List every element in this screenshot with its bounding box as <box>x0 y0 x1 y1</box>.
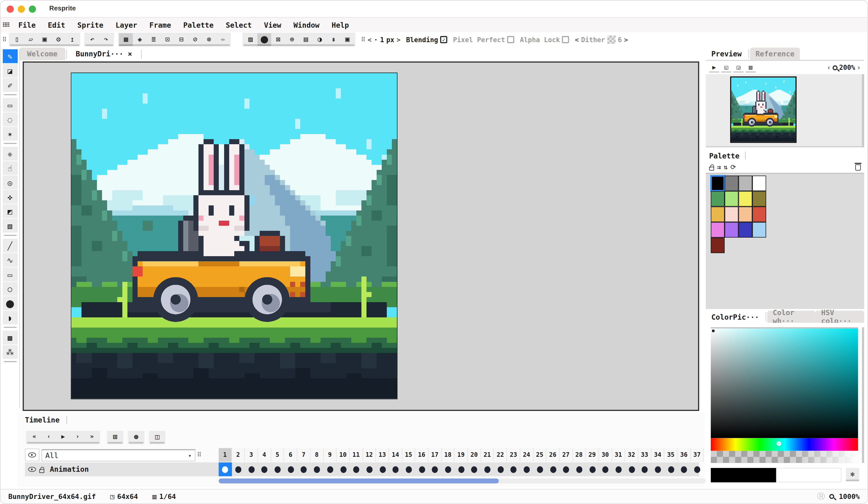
frame-number-32[interactable]: 32 <box>625 448 638 462</box>
status-zoom-value[interactable]: 1000% <box>839 492 860 501</box>
lasso-tool[interactable]: ◌ <box>2 113 18 126</box>
alpha-lock-checkbox[interactable] <box>562 36 569 43</box>
frame-cel-15[interactable] <box>402 462 415 476</box>
frame-cel-20[interactable] <box>468 462 481 476</box>
hand-tool[interactable]: ☝ <box>2 161 18 175</box>
transform-skew-button[interactable]: ⊗ <box>202 33 216 46</box>
frame-number-31[interactable]: 31 <box>612 448 626 462</box>
layer-stack-button[interactable]: ◈ <box>133 33 147 46</box>
frame-number-16[interactable]: 16 <box>415 448 429 462</box>
frame-number-9[interactable]: 9 <box>323 448 337 462</box>
dither-pattern-swatch[interactable] <box>607 35 616 44</box>
frame-number-36[interactable]: 36 <box>678 448 691 462</box>
menu-select[interactable]: Select <box>219 21 258 29</box>
timeline-scrollbar[interactable] <box>219 479 706 483</box>
palette-swatch[interactable] <box>752 175 766 191</box>
palette-swatch[interactable] <box>711 191 725 206</box>
frame-number-34[interactable]: 34 <box>651 448 664 462</box>
brush-shape-button[interactable]: ⬤ <box>257 33 271 46</box>
menu-help[interactable]: Help <box>326 21 355 29</box>
sort-palette-icon[interactable]: ⇅ <box>724 163 728 171</box>
palette-swatch[interactable] <box>738 175 753 191</box>
frame-cel-22[interactable] <box>494 462 507 476</box>
frame-number-5[interactable]: 5 <box>271 448 284 462</box>
frame-cel-7[interactable] <box>298 462 311 476</box>
selection-box-button[interactable]: ⊟ <box>174 33 188 46</box>
maximize-window-button[interactable] <box>29 6 36 13</box>
frame-number-23[interactable]: 23 <box>507 448 520 462</box>
dither-brush-tool[interactable]: ▩ <box>2 331 18 344</box>
frame-cel-3[interactable] <box>245 462 258 476</box>
polygon-fill-tool[interactable]: ⬤ <box>2 296 18 310</box>
frame-number-24[interactable]: 24 <box>520 448 534 462</box>
frame-cel-8[interactable] <box>310 462 323 476</box>
frame-number-35[interactable]: 35 <box>664 448 678 462</box>
frame-number-26[interactable]: 26 <box>546 448 560 462</box>
menu-layer[interactable]: Layer <box>110 21 143 29</box>
duplicate-frame-button[interactable]: ⊛ <box>129 431 143 444</box>
tab-welcome[interactable]: Welcome <box>19 48 65 60</box>
brush-tool[interactable]: ❈ <box>2 147 18 161</box>
tab-colorpicker[interactable]: ColorPic··· <box>706 311 764 323</box>
lock-palette-icon[interactable] <box>709 167 714 171</box>
lock-layer-icon[interactable] <box>39 469 44 473</box>
frame-number-10[interactable]: 10 <box>337 448 350 462</box>
tab-preview[interactable]: Preview <box>706 48 747 60</box>
palette-swatch[interactable] <box>725 191 738 206</box>
sv-marker[interactable] <box>712 330 715 332</box>
next-frame-button[interactable]: › <box>70 431 85 444</box>
frame-number-29[interactable]: 29 <box>586 448 599 462</box>
tab-bunnydriver[interactable]: BunnyDri··· × <box>68 48 140 60</box>
play-button[interactable]: ▶ <box>56 431 70 444</box>
frame-number-13[interactable]: 13 <box>376 448 389 462</box>
frame-cel-11[interactable] <box>350 462 363 476</box>
frame-cel-12[interactable] <box>363 462 376 476</box>
picker-scrollbar[interactable] <box>862 327 864 463</box>
menu-view[interactable]: View <box>258 21 287 29</box>
minimize-window-button[interactable] <box>18 6 25 13</box>
frame-number-12[interactable]: 12 <box>363 448 376 462</box>
visibility-layer-toggle[interactable] <box>25 463 39 475</box>
frame-number-11[interactable]: 11 <box>350 448 363 462</box>
frame-cel-27[interactable] <box>560 462 573 476</box>
menu-file[interactable]: File <box>12 21 42 29</box>
line-tool[interactable]: ╱ <box>2 239 18 253</box>
brush-size-value[interactable]: 1 <box>380 36 384 44</box>
tab-close-icon[interactable]: × <box>128 50 132 58</box>
preview-zoom-in[interactable]: › <box>857 64 861 72</box>
frame-number-3[interactable]: 3 <box>245 448 258 462</box>
hue-marker[interactable] <box>777 441 781 445</box>
ellipse-tool[interactable]: ○ <box>2 282 18 296</box>
palette-swatch[interactable] <box>738 191 753 206</box>
tile-preview-button[interactable]: ▤ <box>299 33 313 46</box>
pixel-perfect-checkbox[interactable] <box>507 36 514 43</box>
frame-cel-17[interactable] <box>428 462 442 476</box>
alpha-slider[interactable] <box>711 451 858 463</box>
frame-cel-29[interactable] <box>586 462 599 476</box>
pixel-art-canvas[interactable] <box>71 73 397 399</box>
frame-cel-28[interactable] <box>573 462 586 476</box>
redo-button[interactable]: ↷ <box>99 33 113 46</box>
frame-cel-16[interactable] <box>415 462 429 476</box>
frame-cel-6[interactable] <box>284 462 298 476</box>
timeline-grip-icon[interactable]: ⠿ <box>197 451 200 459</box>
frame-cel-35[interactable] <box>664 462 678 476</box>
frame-number-37[interactable]: 37 <box>691 448 704 462</box>
frame-cel-32[interactable] <box>625 462 638 476</box>
droplet-tool[interactable]: ◗ <box>2 311 18 325</box>
mirror-mode-button[interactable]: ⇹ <box>216 33 230 46</box>
frame-cel-18[interactable] <box>442 462 455 476</box>
layer-filter-dropdown[interactable]: All ▾ <box>42 449 195 461</box>
palette-swatch[interactable] <box>738 207 753 222</box>
frame-number-25[interactable]: 25 <box>534 448 547 462</box>
frame-cel-5[interactable] <box>271 462 284 476</box>
preview-thumbnail[interactable] <box>730 76 797 143</box>
close-window-button[interactable] <box>7 6 14 13</box>
magic-wand-tool[interactable]: ✶ <box>2 127 18 141</box>
frame-cel-4[interactable] <box>258 462 271 476</box>
secondary-color-swatch[interactable] <box>776 468 841 482</box>
tab-colorwheel[interactable]: Color wh··· <box>767 311 816 323</box>
hue-slider[interactable] <box>711 438 858 451</box>
frame-cel-26[interactable] <box>546 462 560 476</box>
palette-swatch[interactable] <box>711 222 725 238</box>
